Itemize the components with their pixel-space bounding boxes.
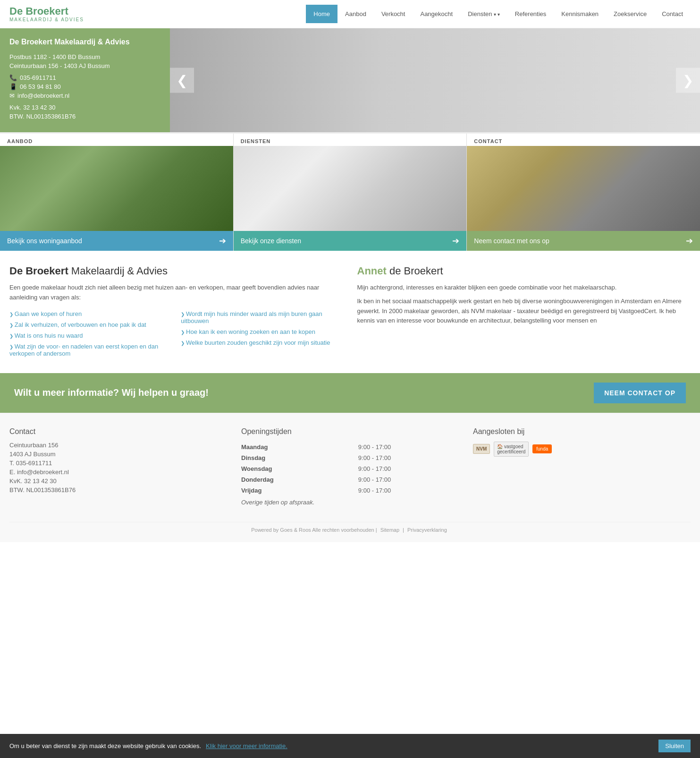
- content-right-heading: Annet de Broekert: [357, 265, 691, 277]
- opening-row: Dinsdag9:00 - 17:00: [241, 452, 459, 463]
- opening-day: Maandag: [241, 442, 358, 452]
- site-header: De Broekert MAKELAARDIJ & ADVIES HomeAan…: [0, 0, 700, 28]
- opening-day: Vrijdag: [241, 485, 358, 496]
- cta-button[interactable]: NEEM CONTACT OP: [594, 383, 686, 403]
- footer-contact-line: BTW. NL001353861B76: [9, 486, 227, 494]
- badge-funda: funda: [532, 444, 552, 453]
- footer-privacy-link[interactable]: Privacyverklaring: [407, 527, 447, 533]
- opening-table-body: Maandag9:00 - 17:00Dinsdag9:00 - 17:00Wo…: [241, 442, 459, 496]
- opening-row: Vrijdag9:00 - 17:00: [241, 485, 459, 496]
- content-section: De Broekert Makelaardij & Advies Een goe…: [0, 251, 700, 373]
- list-2: Wordt mijn huis minder waard als mijn bu…: [181, 308, 343, 348]
- opening-hours: 9:00 - 17:00: [358, 485, 459, 496]
- list-item[interactable]: Gaan we kopen of huren: [9, 308, 171, 319]
- footer-contact-line: KvK. 32 13 42 30: [9, 477, 227, 485]
- footer-bottom: Powered by Goes & Roos Alle rechten voor…: [9, 522, 691, 537]
- footer-contact-line: T. 035-6911711: [9, 460, 227, 467]
- sidebar-address2: Ceintuurbaan 156 - 1403 AJ Bussum: [9, 62, 160, 69]
- badge-vastgoed: 🏠 vastgoedgecertificeerd: [494, 442, 529, 457]
- sidebar-email-row: ✉ info@debroekert.nl: [9, 92, 160, 99]
- nav-item-referenties[interactable]: Referenties: [507, 5, 554, 23]
- logo[interactable]: De Broekert MAKELAARDIJ & ADVIES: [9, 6, 84, 22]
- card-footer-label: Bekijk ons woningaanbod: [7, 237, 82, 245]
- slider-image: [170, 28, 700, 132]
- card-image: [0, 146, 233, 231]
- mobile-icon: 📱: [9, 83, 17, 90]
- card-footer-label: Neem contact met ons op: [474, 237, 549, 245]
- footer-contact-line: E. info@debroekert.nl: [9, 468, 227, 476]
- footer-contact-line: Ceintuurbaan 156: [9, 442, 227, 449]
- nav-item-kennismaken[interactable]: Kennismaken: [554, 5, 606, 23]
- footer-sitemap-link[interactable]: Sitemap: [380, 527, 399, 533]
- heading-debroekert: de Broekert: [389, 265, 443, 277]
- cta-text: Wilt u meer informatie? Wij helpen u gra…: [14, 387, 209, 398]
- list-item[interactable]: Hoe kan ik een woning zoeken en aan te k…: [181, 326, 343, 337]
- nav-item-aanbod[interactable]: Aanbod: [337, 5, 374, 23]
- hero-slider: ❮ ❯: [170, 28, 700, 132]
- hero-section: De Broekert Makelaardij & Advies Postbus…: [0, 28, 700, 132]
- footer-contact-line: 1403 AJ Bussum: [9, 451, 227, 458]
- sidebar-email: info@debroekert.nl: [17, 92, 69, 99]
- nav-item-contact[interactable]: Contact: [654, 5, 691, 23]
- contact-sidebar: De Broekert Makelaardij & Advies Postbus…: [0, 28, 170, 132]
- list-item[interactable]: Wat is ons huis nu waard: [9, 330, 171, 341]
- card-footer[interactable]: Neem contact met ons op➔: [467, 231, 700, 251]
- main-nav: HomeAanbodVerkochtAangekochtDiensten ▾Re…: [306, 5, 691, 23]
- sidebar-title: De Broekert Makelaardij & Advies: [9, 38, 160, 46]
- nav-item-home[interactable]: Home: [306, 5, 337, 23]
- card-footer[interactable]: Bekijk onze diensten➔: [234, 231, 467, 251]
- sidebar-phone: 035-6911711: [20, 74, 56, 81]
- sidebar-mobile: 06 53 94 81 80: [20, 83, 61, 90]
- footer-contact-title: Contact: [9, 427, 227, 436]
- opening-row: Maandag9:00 - 17:00: [241, 442, 459, 452]
- logo-subtitle: MAKELAARDIJ & ADVIES: [9, 17, 84, 22]
- cards-section: AANBODBekijk ons woningaanbod➔DIENSTENBe…: [0, 132, 700, 251]
- opening-day: Woensdag: [241, 463, 358, 474]
- list-item[interactable]: Welke buurten zouden geschikt zijn voor …: [181, 337, 343, 348]
- card-arrow-icon: ➔: [452, 236, 459, 246]
- nav-dropdown-diensten[interactable]: Diensten ▾: [460, 5, 507, 23]
- content-list-cols: Gaan we kopen of hurenZal ik verhuizen, …: [9, 308, 343, 359]
- slider-next-button[interactable]: ❯: [676, 68, 700, 93]
- card-aanbod[interactable]: AANBODBekijk ons woningaanbod➔: [0, 134, 233, 251]
- list-col-1: Gaan we kopen of hurenZal ik verhuizen, …: [9, 308, 171, 359]
- content-right-para1: Mijn achtergrond, interesses en karakter…: [357, 283, 691, 293]
- nav-item-diensten[interactable]: Diensten ▾: [460, 5, 507, 23]
- footer-opening-col: Openingstijden Maandag9:00 - 17:00Dinsda…: [241, 427, 459, 508]
- list-item[interactable]: Zal ik verhuizen, of verbouwen en hoe pa…: [9, 319, 171, 330]
- card-image: [467, 146, 700, 231]
- sidebar-phone-row: 📞 035-6911711: [9, 74, 160, 81]
- content-right: Annet de Broekert Mijn achtergrond, inte…: [357, 265, 691, 359]
- content-right-para2: Ik ben in het sociaal maatschappelijk we…: [357, 297, 691, 326]
- card-arrow-icon: ➔: [686, 236, 693, 246]
- card-diensten[interactable]: DIENSTENBekijk onze diensten➔: [234, 134, 467, 251]
- opening-hours: 9:00 - 17:00: [358, 442, 459, 452]
- sidebar-btw: BTW. NL001353861B76: [9, 113, 160, 120]
- opening-hours: 9:00 - 17:00: [358, 452, 459, 463]
- list-item[interactable]: Wat zijn de voor- en nadelen van eerst k…: [9, 341, 171, 359]
- nav-item-zoekservice[interactable]: Zoekservice: [606, 5, 654, 23]
- card-footer[interactable]: Bekijk ons woningaanbod➔: [0, 231, 233, 251]
- heading-annet: Annet: [357, 265, 387, 277]
- list-item[interactable]: Wordt mijn huis minder waard als mijn bu…: [181, 308, 343, 326]
- footer-badges-col: Aangesloten bij NVM 🏠 vastgoedgecertific…: [473, 427, 691, 508]
- card-title: AANBOD: [0, 134, 233, 146]
- footer-divider: |: [403, 527, 405, 533]
- nav-item-verkocht[interactable]: Verkocht: [374, 5, 413, 23]
- footer-powered: Powered by Goes & Roos Alle rechten voor…: [251, 527, 378, 533]
- email-icon: ✉: [9, 92, 15, 99]
- nav-item-aangekocht[interactable]: Aangekocht: [413, 5, 460, 23]
- opening-row: Woensdag9:00 - 17:00: [241, 463, 459, 474]
- cta-banner: Wilt u meer informatie? Wij helpen u gra…: [0, 373, 700, 413]
- opening-hours: 9:00 - 17:00: [358, 463, 459, 474]
- sidebar-address1: Postbus 1182 - 1400 BD Bussum: [9, 53, 160, 60]
- card-contact[interactable]: CONTACTNeem contact met ons op➔: [467, 134, 700, 251]
- opening-day: Dinsdag: [241, 452, 358, 463]
- footer-columns: Contact Ceintuurbaan 1561403 AJ BussumT.…: [9, 427, 691, 508]
- card-title: DIENSTEN: [234, 134, 467, 146]
- sidebar-mobile-row: 📱 06 53 94 81 80: [9, 83, 160, 90]
- slider-prev-button[interactable]: ❮: [170, 68, 194, 93]
- card-arrow-icon: ➔: [219, 236, 226, 246]
- opening-note: Overige tijden op afspraak.: [241, 499, 459, 506]
- content-left: De Broekert Makelaardij & Advies Een goe…: [9, 265, 343, 359]
